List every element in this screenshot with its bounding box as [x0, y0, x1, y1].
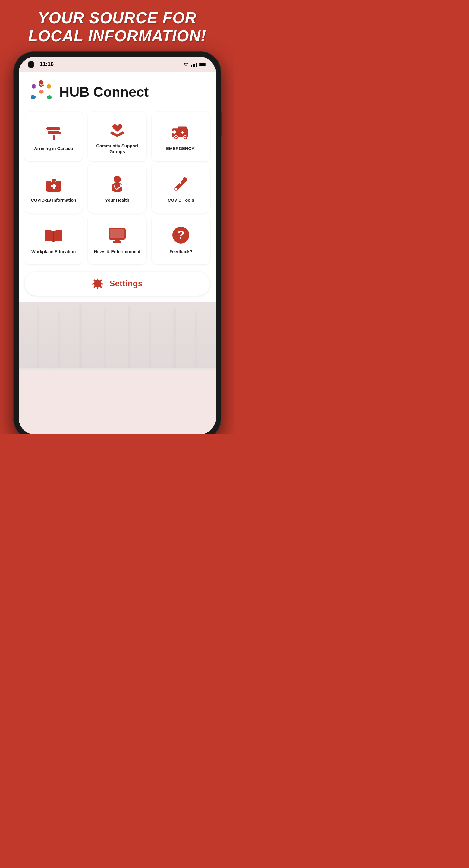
svg-rect-54	[173, 308, 176, 368]
app-title: HUB Connect	[59, 84, 149, 100]
grid-row-3: Workplace Education	[22, 215, 213, 264]
phone-device: 11:16	[13, 51, 221, 434]
svg-rect-47	[19, 302, 216, 368]
svg-marker-16	[46, 127, 48, 130]
svg-rect-14	[53, 135, 55, 141]
doctor-icon	[107, 173, 127, 194]
svg-rect-28	[173, 131, 176, 133]
tagline-line2: local information!	[28, 27, 207, 44]
status-bar: 11:16	[19, 57, 216, 72]
status-time: 11:16	[40, 61, 54, 67]
svg-marker-18	[60, 131, 61, 134]
svg-rect-30	[51, 179, 56, 182]
covid-info-button[interactable]: COVID-19 Information	[24, 163, 83, 213]
tools-icon	[170, 173, 191, 194]
news-entertainment-label: News & Entertainment	[94, 249, 140, 255]
covid-tools-button[interactable]: COVID Tools	[152, 163, 210, 213]
svg-point-9	[39, 80, 43, 84]
svg-rect-38	[53, 230, 54, 242]
grid-row-2: COVID-19 Information	[22, 163, 213, 213]
svg-rect-4	[196, 63, 197, 67]
svg-rect-41	[110, 229, 124, 239]
svg-rect-53	[149, 312, 151, 368]
svg-rect-51	[104, 309, 106, 368]
app-content: HUB Connect	[19, 72, 216, 370]
svg-rect-6	[206, 64, 207, 65]
svg-marker-0	[185, 65, 187, 66]
signal-icon	[191, 62, 197, 67]
svg-rect-7	[199, 63, 205, 66]
svg-point-34	[120, 184, 122, 187]
svg-rect-1	[191, 65, 192, 67]
camera-hole	[28, 61, 34, 68]
svg-rect-48	[37, 308, 39, 368]
svg-rect-32	[51, 185, 56, 187]
svg-rect-2	[193, 64, 194, 67]
svg-point-33	[114, 176, 121, 183]
wifi-icon	[183, 62, 189, 67]
svg-rect-52	[128, 306, 130, 368]
question-icon: ?	[170, 225, 191, 245]
feedback-label: Feedback?	[169, 249, 192, 255]
header-tagline: Your source for local information!	[16, 0, 219, 51]
community-support-button[interactable]: Community Support Groups	[88, 112, 147, 161]
power-button	[221, 112, 222, 135]
settings-button[interactable]: Settings	[25, 272, 210, 296]
medkit-icon	[43, 173, 64, 194]
svg-rect-43	[113, 241, 122, 243]
svg-line-37	[174, 177, 176, 179]
battery-icon	[199, 62, 207, 67]
emergency-label: EMERGENCY!	[166, 146, 196, 152]
svg-rect-17	[48, 131, 60, 134]
feedback-button[interactable]: ? Feedback?	[152, 215, 210, 264]
workplace-education-button[interactable]: Workplace Education	[24, 215, 83, 264]
grid-row-1: Arriving in Canada Community Support Gro…	[22, 112, 213, 161]
tagline-line1: Your source for	[38, 9, 196, 27]
your-health-button[interactable]: Your Health	[88, 163, 147, 213]
svg-rect-26	[181, 132, 184, 133]
heart-hands-icon	[107, 119, 127, 140]
phone-screen: 11:16	[19, 57, 216, 434]
settings-label: Settings	[110, 279, 143, 288]
svg-text:?: ?	[178, 228, 184, 241]
svg-point-22	[175, 136, 177, 138]
svg-rect-50	[79, 305, 82, 368]
monitor-icon	[107, 225, 127, 245]
logo-area: HUB Connect	[19, 72, 216, 108]
app-logo	[28, 79, 55, 105]
book-icon	[43, 225, 64, 245]
workplace-education-label: Workplace Education	[31, 249, 76, 255]
covid-info-label: COVID-19 Information	[31, 197, 76, 203]
background-image-area	[19, 302, 216, 370]
svg-point-24	[184, 136, 186, 138]
svg-rect-55	[195, 311, 197, 368]
covid-tools-label: COVID Tools	[168, 197, 194, 203]
emergency-button[interactable]: EMERGENCY!	[152, 112, 210, 161]
arriving-canada-label: Arriving in Canada	[34, 146, 73, 152]
ambulance-icon	[170, 122, 191, 142]
status-icons	[183, 62, 207, 67]
svg-rect-15	[48, 127, 60, 130]
news-entertainment-button[interactable]: News & Entertainment	[88, 215, 147, 264]
svg-rect-49	[58, 311, 60, 368]
svg-rect-42	[115, 240, 120, 241]
main-grid: Arriving in Canada Community Support Gro…	[19, 108, 216, 269]
svg-point-35	[175, 188, 177, 190]
arriving-canada-button[interactable]: Arriving in Canada	[24, 112, 83, 161]
svg-rect-3	[194, 64, 195, 67]
community-support-label: Community Support Groups	[91, 143, 144, 155]
signpost-icon	[43, 122, 64, 142]
gear-icon	[92, 278, 103, 289]
settings-row: Settings	[19, 269, 216, 302]
your-health-label: Your Health	[105, 197, 129, 203]
